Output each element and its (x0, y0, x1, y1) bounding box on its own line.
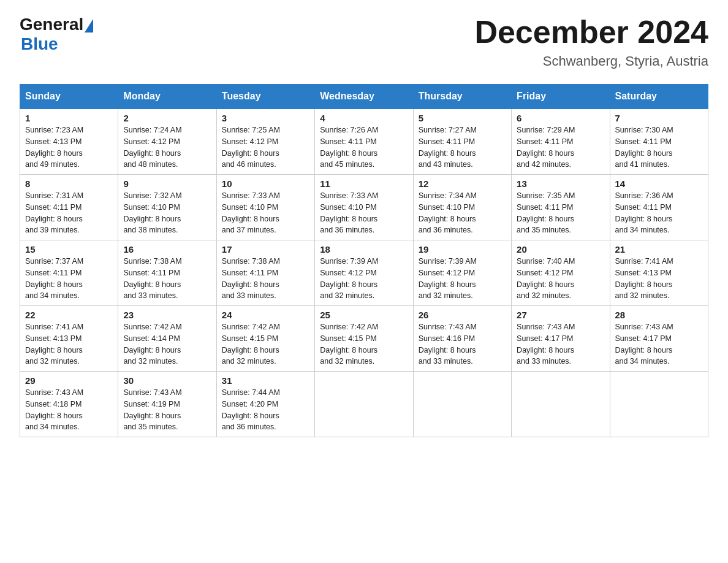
day-number: 8 (25, 178, 113, 189)
day-cell: 9 Sunrise: 7:32 AMSunset: 4:10 PMDayligh… (118, 175, 216, 240)
day-number: 1 (25, 113, 113, 123)
day-info: Sunrise: 7:39 AMSunset: 4:12 PMDaylight:… (320, 257, 378, 300)
day-info: Sunrise: 7:26 AMSunset: 4:11 PMDaylight:… (320, 126, 378, 169)
day-info: Sunrise: 7:41 AMSunset: 4:13 PMDaylight:… (25, 323, 83, 366)
day-cell (610, 372, 708, 437)
week-row-3: 15 Sunrise: 7:37 AMSunset: 4:11 PMDaylig… (20, 240, 708, 306)
day-cell: 23 Sunrise: 7:42 AMSunset: 4:14 PMDaylig… (118, 306, 216, 372)
day-number: 24 (222, 310, 309, 320)
day-info: Sunrise: 7:32 AMSunset: 4:10 PMDaylight:… (123, 191, 181, 234)
week-row-2: 8 Sunrise: 7:31 AMSunset: 4:11 PMDayligh… (20, 175, 708, 240)
day-info: Sunrise: 7:30 AMSunset: 4:11 PMDaylight:… (615, 126, 673, 169)
day-info: Sunrise: 7:31 AMSunset: 4:11 PMDaylight:… (25, 191, 83, 234)
calendar-table: SundayMondayTuesdayWednesdayThursdayFrid… (20, 84, 708, 437)
day-info: Sunrise: 7:35 AMSunset: 4:11 PMDaylight:… (517, 191, 575, 234)
day-info: Sunrise: 7:42 AMSunset: 4:15 PMDaylight:… (320, 323, 378, 366)
day-number: 15 (25, 244, 113, 255)
logo: General Blue (20, 15, 93, 54)
day-cell: 10 Sunrise: 7:33 AMSunset: 4:10 PMDaylig… (216, 175, 314, 240)
day-info: Sunrise: 7:25 AMSunset: 4:12 PMDaylight:… (222, 126, 280, 169)
day-number: 9 (123, 178, 211, 189)
day-cell: 14 Sunrise: 7:36 AMSunset: 4:11 PMDaylig… (610, 175, 708, 240)
day-info: Sunrise: 7:23 AMSunset: 4:13 PMDaylight:… (25, 126, 83, 169)
day-info: Sunrise: 7:43 AMSunset: 4:19 PMDaylight:… (123, 388, 181, 431)
day-number: 25 (320, 310, 408, 320)
day-info: Sunrise: 7:29 AMSunset: 4:11 PMDaylight:… (517, 126, 575, 169)
week-row-4: 22 Sunrise: 7:41 AMSunset: 4:13 PMDaylig… (20, 306, 708, 372)
day-cell: 28 Sunrise: 7:43 AMSunset: 4:17 PMDaylig… (610, 306, 708, 372)
day-cell: 13 Sunrise: 7:35 AMSunset: 4:11 PMDaylig… (512, 175, 610, 240)
day-number: 10 (222, 178, 309, 189)
day-cell: 24 Sunrise: 7:42 AMSunset: 4:15 PMDaylig… (216, 306, 314, 372)
day-info: Sunrise: 7:42 AMSunset: 4:14 PMDaylight:… (123, 323, 181, 366)
day-info: Sunrise: 7:42 AMSunset: 4:15 PMDaylight:… (222, 323, 280, 366)
day-number: 29 (25, 375, 113, 386)
day-info: Sunrise: 7:33 AMSunset: 4:10 PMDaylight:… (320, 191, 378, 234)
week-row-1: 1 Sunrise: 7:23 AMSunset: 4:13 PMDayligh… (20, 109, 708, 175)
day-number: 5 (419, 113, 506, 123)
day-number: 26 (419, 310, 506, 320)
day-cell (315, 372, 413, 437)
weekday-header-monday: Monday (118, 85, 216, 109)
weekday-header-tuesday: Tuesday (216, 85, 314, 109)
day-info: Sunrise: 7:43 AMSunset: 4:18 PMDaylight:… (25, 388, 83, 431)
day-number: 2 (123, 113, 211, 123)
weekday-header-row: SundayMondayTuesdayWednesdayThursdayFrid… (20, 85, 708, 109)
day-info: Sunrise: 7:40 AMSunset: 4:12 PMDaylight:… (517, 257, 575, 300)
day-cell: 16 Sunrise: 7:38 AMSunset: 4:11 PMDaylig… (118, 240, 216, 306)
day-number: 18 (320, 244, 408, 255)
day-cell: 21 Sunrise: 7:41 AMSunset: 4:13 PMDaylig… (610, 240, 708, 306)
day-cell: 11 Sunrise: 7:33 AMSunset: 4:10 PMDaylig… (315, 175, 413, 240)
day-cell: 30 Sunrise: 7:43 AMSunset: 4:19 PMDaylig… (118, 372, 216, 437)
day-number: 16 (123, 244, 211, 255)
calendar-subtitle: Schwanberg, Styria, Austria (474, 53, 708, 69)
day-cell: 5 Sunrise: 7:27 AMSunset: 4:11 PMDayligh… (413, 109, 511, 175)
title-area: December 2024 Schwanberg, Styria, Austri… (474, 15, 708, 69)
day-number: 12 (419, 178, 506, 189)
day-info: Sunrise: 7:43 AMSunset: 4:16 PMDaylight:… (419, 323, 477, 366)
day-number: 17 (222, 244, 309, 255)
day-cell (413, 372, 511, 437)
day-cell: 22 Sunrise: 7:41 AMSunset: 4:13 PMDaylig… (20, 306, 118, 372)
weekday-header-thursday: Thursday (413, 85, 511, 109)
day-cell: 6 Sunrise: 7:29 AMSunset: 4:11 PMDayligh… (512, 109, 610, 175)
day-info: Sunrise: 7:27 AMSunset: 4:11 PMDaylight:… (419, 126, 477, 169)
day-number: 7 (615, 113, 703, 123)
day-cell: 20 Sunrise: 7:40 AMSunset: 4:12 PMDaylig… (512, 240, 610, 306)
day-info: Sunrise: 7:34 AMSunset: 4:10 PMDaylight:… (419, 191, 477, 234)
day-number: 6 (517, 113, 604, 123)
day-cell: 31 Sunrise: 7:44 AMSunset: 4:20 PMDaylig… (216, 372, 314, 437)
day-cell (512, 372, 610, 437)
day-cell: 3 Sunrise: 7:25 AMSunset: 4:12 PMDayligh… (216, 109, 314, 175)
day-number: 21 (615, 244, 703, 255)
day-number: 23 (123, 310, 211, 320)
day-number: 3 (222, 113, 309, 123)
header: General Blue December 2024 Schwanberg, S… (20, 15, 708, 69)
day-cell: 27 Sunrise: 7:43 AMSunset: 4:17 PMDaylig… (512, 306, 610, 372)
day-cell: 18 Sunrise: 7:39 AMSunset: 4:12 PMDaylig… (315, 240, 413, 306)
day-number: 22 (25, 310, 113, 320)
day-info: Sunrise: 7:38 AMSunset: 4:11 PMDaylight:… (222, 257, 280, 300)
day-cell: 29 Sunrise: 7:43 AMSunset: 4:18 PMDaylig… (20, 372, 118, 437)
day-number: 27 (517, 310, 604, 320)
day-info: Sunrise: 7:41 AMSunset: 4:13 PMDaylight:… (615, 257, 673, 300)
day-cell: 15 Sunrise: 7:37 AMSunset: 4:11 PMDaylig… (20, 240, 118, 306)
day-number: 13 (517, 178, 604, 189)
logo-triangle-icon (85, 19, 93, 33)
day-number: 28 (615, 310, 703, 320)
day-cell: 8 Sunrise: 7:31 AMSunset: 4:11 PMDayligh… (20, 175, 118, 240)
day-info: Sunrise: 7:43 AMSunset: 4:17 PMDaylight:… (517, 323, 575, 366)
calendar-title: December 2024 (474, 15, 708, 50)
day-cell: 19 Sunrise: 7:39 AMSunset: 4:12 PMDaylig… (413, 240, 511, 306)
day-number: 11 (320, 178, 408, 189)
logo-blue-text: Blue (21, 34, 58, 54)
day-info: Sunrise: 7:33 AMSunset: 4:10 PMDaylight:… (222, 191, 280, 234)
day-info: Sunrise: 7:44 AMSunset: 4:20 PMDaylight:… (222, 388, 280, 431)
day-cell: 2 Sunrise: 7:24 AMSunset: 4:12 PMDayligh… (118, 109, 216, 175)
day-number: 4 (320, 113, 408, 123)
day-cell: 17 Sunrise: 7:38 AMSunset: 4:11 PMDaylig… (216, 240, 314, 306)
weekday-header-friday: Friday (512, 85, 610, 109)
day-number: 20 (517, 244, 604, 255)
day-number: 14 (615, 178, 703, 189)
weekday-header-saturday: Saturday (610, 85, 708, 109)
